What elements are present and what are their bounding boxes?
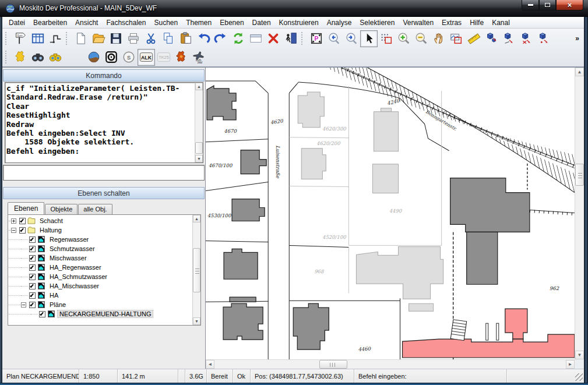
symbol-table-button[interactable]	[29, 30, 47, 47]
console-scroll-thumb[interactable]	[195, 142, 203, 154]
exit-button[interactable]	[282, 30, 300, 47]
resize-grip[interactable]	[575, 373, 583, 381]
layer-row-schacht[interactable]: Schacht	[9, 216, 192, 225]
ebenen-panel-header[interactable]: Ebenen schalten	[3, 187, 205, 199]
layer-checkbox[interactable]	[29, 302, 36, 308]
new-document-button[interactable]	[72, 30, 90, 47]
map-vscroll-thumb[interactable]	[575, 164, 584, 186]
menu-ebenen[interactable]: Ebenen	[216, 17, 248, 28]
menu-selektieren[interactable]: Selektieren	[355, 17, 399, 28]
layer-row-ha-regenwasser[interactable]: HA_Regenwasser	[9, 263, 192, 272]
menu-daten[interactable]: Daten	[248, 17, 275, 28]
menu-extras[interactable]: Extras	[438, 17, 466, 28]
tree-scrollbar[interactable]: ▲ ▼	[192, 215, 200, 325]
menu-hilfe[interactable]: Hilfe	[466, 17, 488, 28]
clip-image-button[interactable]	[448, 30, 465, 47]
console-scrollbar[interactable]: ▲ ▼	[195, 83, 203, 163]
cube-delete-button[interactable]	[517, 30, 535, 47]
layer-checkbox[interactable]	[29, 236, 36, 243]
binoculars-button[interactable]	[29, 49, 47, 66]
layer-checkbox[interactable]	[19, 227, 26, 234]
copy-button[interactable]	[160, 30, 177, 47]
layer-row-ha-schmutzwasser[interactable]: HA_Schmutzwasser	[9, 272, 192, 281]
close-button[interactable]: ×	[556, 0, 583, 10]
menu-konstruieren[interactable]: Konstruieren	[275, 17, 323, 28]
scroll-up-icon[interactable]: ▲	[193, 215, 200, 222]
menu-ansicht[interactable]: Ansicht	[71, 17, 102, 28]
menu-kanal[interactable]: Kanal	[488, 17, 514, 28]
window-form-button[interactable]	[247, 30, 265, 47]
center-target-button[interactable]	[103, 49, 120, 66]
scroll-up-icon[interactable]: ▲	[575, 68, 584, 76]
zoom-in-button[interactable]	[395, 30, 413, 47]
undo-button[interactable]	[195, 30, 212, 47]
open-folder-button[interactable]	[90, 30, 107, 47]
measure-ruler-button[interactable]	[465, 30, 483, 47]
paste-button[interactable]	[177, 30, 195, 47]
layer-checkbox[interactable]	[29, 274, 36, 280]
scroll-up-icon[interactable]: ▲	[195, 83, 203, 90]
layer-row-ha-mischwasser[interactable]: HA_Mischwasser	[9, 281, 192, 291]
scroll-down-icon[interactable]: ▼	[193, 317, 200, 325]
layer-row-regenwasser[interactable]: Regenwasser	[9, 235, 192, 244]
redo-button[interactable]	[212, 30, 230, 47]
layer-checkbox[interactable]	[29, 264, 36, 271]
collapse-minus-icon[interactable]	[11, 228, 16, 233]
layer-checkbox[interactable]	[19, 218, 26, 224]
command-input[interactable]	[3, 165, 205, 181]
menu-datei[interactable]: Datei	[5, 17, 29, 28]
refresh-button[interactable]	[230, 30, 247, 47]
scroll-left-icon[interactable]: ◄	[206, 360, 214, 369]
layer-row-neckargemuend-haltung[interactable]: NECKARGEMUEND-HALTUNG	[9, 309, 192, 319]
layer-checkbox[interactable]	[29, 283, 36, 289]
cube-point-button[interactable]	[535, 30, 552, 47]
tab-ebenen[interactable]: Ebenen	[8, 202, 44, 214]
previous-view-button[interactable]	[325, 30, 343, 47]
pan-hand-button[interactable]	[430, 30, 448, 47]
polyline-edit-button[interactable]	[47, 30, 64, 47]
menu-bearbeiten[interactable]: Bearbeiten	[29, 17, 71, 28]
map-overview-yellow-button[interactable]	[12, 49, 29, 66]
select-points-button[interactable]	[378, 30, 395, 47]
menu-suchen[interactable]: Suchen	[150, 17, 182, 28]
binoculars-yellow-button[interactable]	[47, 49, 64, 66]
tab-objekte[interactable]: Objekte	[45, 204, 78, 214]
maximize-button[interactable]	[539, 0, 556, 10]
zoom-out-button[interactable]	[413, 30, 430, 47]
tab-alle-obj-[interactable]: alle Obj.	[78, 204, 112, 214]
select-cursor-button[interactable]	[360, 30, 378, 47]
map-horizontal-scrollbar[interactable]: ◄ ►	[206, 359, 575, 369]
tk25-map-button[interactable]: TK25	[155, 49, 172, 66]
menu-verwalten[interactable]: Verwalten	[399, 17, 438, 28]
zoom-plan-button[interactable]: P	[308, 30, 325, 47]
menu-fachschalen[interactable]: Fachschalen	[102, 17, 150, 28]
print-button[interactable]	[125, 30, 142, 47]
layer-row-schmutzwasser[interactable]: Schmutzwasser	[9, 244, 192, 253]
map-vertical-scrollbar[interactable]: ▲ ▼	[575, 68, 584, 359]
map-overview-red-button[interactable]	[172, 49, 190, 66]
cut-button[interactable]	[142, 30, 160, 47]
next-view-button[interactable]	[343, 30, 360, 47]
layer-checkbox[interactable]	[29, 255, 36, 262]
tree-scroll-thumb[interactable]	[193, 248, 200, 292]
globe-position-button[interactable]	[85, 49, 103, 66]
cube-copy-button[interactable]	[483, 30, 500, 47]
delete-button[interactable]	[265, 30, 282, 47]
save-button[interactable]	[107, 30, 125, 47]
layer-row-haltung[interactable]: Haltung	[9, 225, 192, 235]
layer-row-mischwasser[interactable]: Mischwasser	[9, 253, 192, 263]
scroll-down-icon[interactable]: ▼	[195, 155, 203, 163]
aerial-image-button[interactable]: Luft-bild	[190, 49, 207, 66]
layer-checkbox[interactable]	[29, 292, 36, 299]
map-canvas[interactable]: 4240Bonngartenstr.46704620Luisenstraße46…	[206, 68, 575, 359]
menu-analyse[interactable]: Analyse	[323, 17, 356, 28]
command-console[interactable]: c_if "InitializeParameter( Leisten.TB-St…	[5, 82, 203, 163]
layer-row-pläne[interactable]: Pläne	[9, 300, 192, 309]
kommando-panel-header[interactable]: Kommando	[3, 69, 205, 82]
scroll-down-icon[interactable]: ▼	[575, 351, 584, 359]
toolbar-overflow-chevron[interactable]: »	[575, 34, 579, 43]
scroll-right-icon[interactable]: ►	[566, 360, 575, 369]
collapse-minus-icon[interactable]	[21, 302, 26, 308]
minimize-button[interactable]	[522, 0, 539, 10]
symbol-post-button[interactable]: Sym	[12, 30, 29, 47]
